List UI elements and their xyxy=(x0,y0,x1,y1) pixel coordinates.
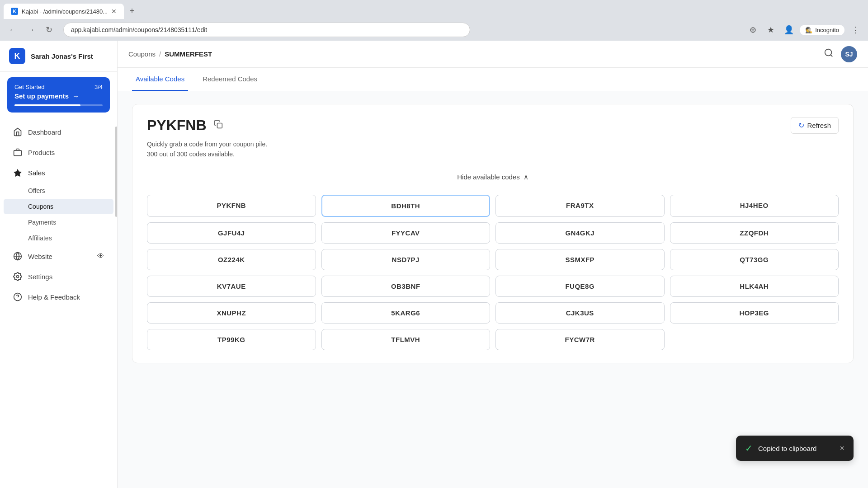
sidebar-item-payments[interactable]: Payments xyxy=(4,215,113,230)
dashboard-label: Dashboard xyxy=(28,128,61,136)
toast-close-button[interactable]: × xyxy=(840,444,844,453)
sidebar-logo: K xyxy=(9,48,25,64)
website-label: Website xyxy=(28,253,52,260)
sidebar-item-settings[interactable]: Settings xyxy=(4,267,113,286)
tabs-bar: Available Codes Redeemed Codes xyxy=(118,68,868,91)
main-content: Available Codes Redeemed Codes PYKFNB xyxy=(118,68,868,488)
tab-favicon: K xyxy=(11,8,18,15)
refresh-label: Refresh xyxy=(807,122,831,129)
sidebar-item-coupons[interactable]: Coupons xyxy=(4,199,113,214)
sidebar-item-offers[interactable]: Offers xyxy=(4,183,113,198)
code-chip[interactable]: HOP3EG xyxy=(670,302,839,324)
hide-codes-button[interactable]: Hide available codes ∧ xyxy=(147,169,839,186)
forward-button[interactable]: → xyxy=(24,23,38,37)
copy-code-button[interactable] xyxy=(212,118,225,133)
url-bar[interactable]: app.kajabi.com/admin/coupons/2148035111/… xyxy=(63,23,470,37)
products-icon xyxy=(13,147,23,157)
refresh-button[interactable]: ↻ Refresh xyxy=(791,117,839,134)
settings-label: Settings xyxy=(28,273,52,281)
incognito-icon: 🕵️ xyxy=(805,27,812,33)
get-started-label: Get Started xyxy=(14,84,44,90)
get-started-arrow: → xyxy=(72,92,79,100)
toast-message: Copied to clipboard xyxy=(758,445,816,452)
help-icon xyxy=(13,292,23,302)
sidebar-item-products[interactable]: Products xyxy=(4,142,113,162)
svg-point-7 xyxy=(825,49,832,56)
code-chip[interactable]: QT73GG xyxy=(670,249,839,270)
svg-rect-0 xyxy=(14,150,22,156)
sidebar: K Sarah Jonas's First Get Started 3/4 Se… xyxy=(0,41,118,488)
back-button[interactable]: ← xyxy=(5,23,20,37)
browser-tab[interactable]: K Kajabi - /admin/coupons/21480... ✕ xyxy=(4,4,124,19)
breadcrumb: Coupons / SUMMERFEST xyxy=(128,50,212,58)
progress-fill xyxy=(14,104,80,106)
sidebar-item-dashboard[interactable]: Dashboard xyxy=(4,122,113,142)
incognito-label: Incognito xyxy=(815,27,839,33)
sidebar-item-help[interactable]: Help & Feedback xyxy=(4,287,113,307)
refresh-icon: ↻ xyxy=(798,121,804,130)
tab-redeemed-codes[interactable]: Redeemed Codes xyxy=(199,68,261,91)
code-chip[interactable]: KV7AUE xyxy=(147,276,316,297)
svg-point-4 xyxy=(17,276,19,278)
url-text: app.kajabi.com/admin/coupons/2148035111/… xyxy=(71,26,207,33)
code-chip[interactable]: NSD7PJ xyxy=(321,249,491,270)
settings-icon xyxy=(13,272,23,282)
code-chip[interactable]: OB3BNF xyxy=(321,276,491,297)
hide-codes-label: Hide available codes xyxy=(457,173,519,181)
code-chip[interactable]: HLK4AH xyxy=(670,276,839,297)
codes-grid: PYKFNBBDH8THFRA9TXHJ4HEOGJFU4JFYYCAVGN4G… xyxy=(147,195,839,350)
sidebar-item-affiliates[interactable]: Affiliates xyxy=(4,230,113,246)
code-chip[interactable]: FRA9TX xyxy=(495,195,665,217)
coupon-code-display: PYKFNB xyxy=(147,117,225,134)
code-chip[interactable]: OZ224K xyxy=(147,249,316,270)
code-chip[interactable]: FYYCAV xyxy=(321,222,491,244)
reload-button[interactable]: ↻ xyxy=(42,23,56,37)
code-chip[interactable]: FUQE8G xyxy=(495,276,665,297)
chevron-up-icon: ∧ xyxy=(524,173,528,181)
sidebar-scrollbar xyxy=(115,117,117,488)
sidebar-nav: Dashboard Products Sales Offers Coupons xyxy=(0,118,117,488)
code-chip[interactable]: ZZQFDH xyxy=(670,222,839,244)
profile-button[interactable]: 👤 xyxy=(782,23,796,37)
code-chip[interactable]: GN4GKJ xyxy=(495,222,665,244)
tab-close-button[interactable]: ✕ xyxy=(111,8,117,15)
get-started-progress: 3/4 xyxy=(94,84,103,90)
svg-marker-1 xyxy=(14,169,22,177)
bookmark-button[interactable]: ★ xyxy=(764,23,778,37)
tab-available-codes[interactable]: Available Codes xyxy=(132,68,188,91)
svg-line-8 xyxy=(830,55,832,56)
coupons-label: Coupons xyxy=(28,203,53,210)
breadcrumb-parent[interactable]: Coupons xyxy=(128,50,156,58)
breadcrumb-separator: / xyxy=(159,50,161,58)
new-tab-button[interactable]: + xyxy=(126,5,138,17)
user-avatar[interactable]: SJ xyxy=(841,46,857,62)
sales-label: Sales xyxy=(28,169,45,177)
code-chip[interactable]: GJFU4J xyxy=(147,222,316,244)
code-chip[interactable]: FYCW7R xyxy=(495,329,665,350)
sidebar-item-sales[interactable]: Sales xyxy=(4,163,113,183)
menu-button[interactable]: ⋮ xyxy=(848,23,863,37)
code-chip[interactable]: HJ4HEO xyxy=(670,195,839,217)
description-line2: 300 out of 300 codes available. xyxy=(147,149,839,159)
code-chip[interactable]: BDH8TH xyxy=(321,195,491,217)
affiliates-label: Affiliates xyxy=(28,235,52,242)
sales-icon xyxy=(13,168,23,178)
get-started-banner[interactable]: Get Started 3/4 Set up payments → xyxy=(7,77,110,113)
svg-rect-9 xyxy=(217,123,222,128)
search-button[interactable] xyxy=(824,48,834,60)
coupon-content: PYKFNB ↻ Refresh Quickly grab a code fro xyxy=(118,91,868,376)
code-chip[interactable]: SSMXFP xyxy=(495,249,665,270)
website-icon xyxy=(13,251,23,261)
help-label: Help & Feedback xyxy=(28,293,80,301)
code-chip[interactable]: PYKFNB xyxy=(147,195,316,217)
code-chip[interactable]: CJK3US xyxy=(495,302,665,324)
get-started-title: Set up payments xyxy=(14,92,69,100)
code-chip[interactable]: TP99KG xyxy=(147,329,316,350)
code-chip[interactable]: TFLMVH xyxy=(321,329,491,350)
code-chip[interactable]: XNUPHZ xyxy=(147,302,316,324)
description-line1: Quickly grab a code from your coupon pil… xyxy=(147,139,839,149)
sidebar-item-website[interactable]: Website 👁 xyxy=(4,246,113,266)
tab-title: Kajabi - /admin/coupons/21480... xyxy=(22,8,108,15)
code-chip[interactable]: 5KARG6 xyxy=(321,302,491,324)
extensions-button[interactable]: ⊕ xyxy=(745,23,760,37)
